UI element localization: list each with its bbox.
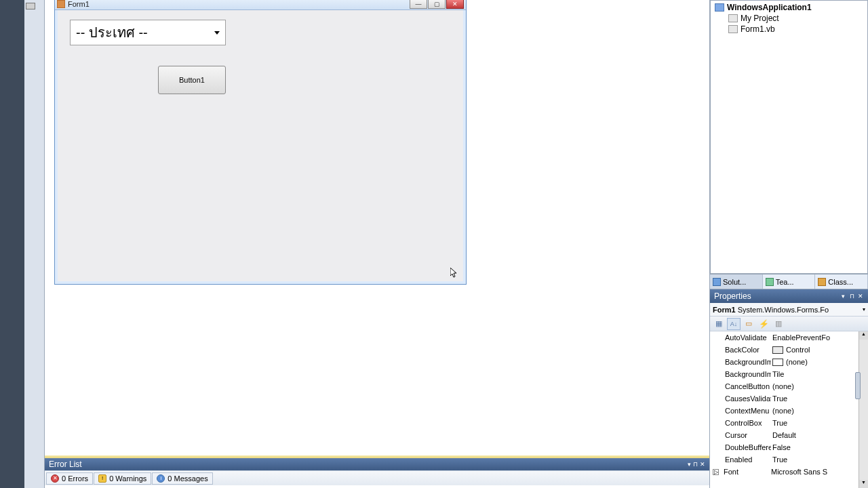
solution-explorer-panel[interactable]: WindowsApplication1 My Project Form1.vb [710,0,868,274]
solution-tree[interactable]: WindowsApplication1 My Project Form1.vb [711,1,867,36]
scrollbar-thumb[interactable] [855,372,861,399]
form1-vb-node[interactable]: Form1.vb [715,24,863,35]
property-value[interactable]: Default [771,431,868,439]
property-name: BackColor [710,346,771,354]
tab-solution-label: Solut... [723,278,746,286]
error-list-title-text: Error List [49,460,82,469]
property-row[interactable]: ControlBoxTrue [710,417,868,429]
property-row[interactable]: BackColorControl [710,344,868,356]
button1[interactable]: Button1 [158,66,226,94]
color-swatch-icon [772,359,783,366]
alphabetical-button[interactable] [727,318,741,330]
my-project-label: My Project [741,14,779,23]
toolbox-glyph[interactable] [26,3,35,9]
designer-surface[interactable]: Form1 — ▢ ✕ -- ประเทศ -- Button1 [45,0,703,447]
form-icon [57,0,65,8]
project-name: WindowsApplication1 [727,3,812,12]
property-row[interactable]: CursorDefault [710,429,868,441]
form1-window[interactable]: Form1 — ▢ ✕ -- ประเทศ -- Button1 [54,0,467,285]
property-value[interactable]: (none) [771,407,868,415]
categorized-button[interactable] [712,318,726,330]
window-buttons: — ▢ ✕ [409,0,464,9]
pin-icon[interactable]: ⊓ [848,293,855,300]
property-name: AutoValidate [710,333,771,342]
property-value[interactable]: False [771,443,868,451]
toolbox-collapsed-strip[interactable] [24,0,45,488]
properties-button[interactable] [742,318,755,330]
properties-title-bar[interactable]: Properties ▾ ⊓ ✕ [710,289,868,303]
close-icon[interactable]: ✕ [857,293,864,300]
properties-panel: Properties ▾ ⊓ ✕ Form1 System.Windows.Fo… [710,289,868,488]
pin-icon[interactable]: ⊓ [693,461,698,468]
property-value-text: Default [772,431,796,439]
form-title-text: Form1 [68,0,90,8]
error-icon [51,474,59,483]
close-icon[interactable]: ✕ [700,461,705,468]
properties-object-selector[interactable]: Form1 System.Windows.Forms.Fo ▾ [710,303,868,317]
properties-grid[interactable]: AutoValidateEnablePreventFoBackColorCont… [710,331,868,488]
property-row[interactable]: BackgroundIm(none) [710,356,868,368]
outer-left-strip [0,0,24,488]
warnings-filter[interactable]: 0 Warnings [94,472,151,485]
properties-toolbar [710,317,868,331]
property-value[interactable]: Control [771,346,868,354]
project-icon [715,3,724,12]
tab-class-view[interactable]: Class... [815,274,868,289]
solution-explorer-icon [713,278,721,286]
chevron-down-icon [214,31,220,35]
form1-titlebar[interactable]: Form1 — ▢ ✕ [55,0,466,10]
error-list-title-bar[interactable]: Error List ▾ ⊓ ✕ [45,458,709,470]
property-value[interactable]: EnablePreventFo [771,333,868,342]
color-swatch-icon [772,346,783,354]
property-value[interactable]: (none) [771,382,868,390]
property-row[interactable]: BackgroundImTile [710,368,868,380]
tab-class-label: Class... [828,278,853,286]
property-pages-button[interactable] [772,318,785,330]
property-value[interactable]: True [771,455,868,464]
errors-filter[interactable]: 0 Errors [46,472,93,485]
property-row[interactable]: ▷FontMicrosoft Sans S [710,466,868,478]
right-panel-tabs: Solut... Tea... Class... [710,274,868,289]
property-row[interactable]: DoubleBuffereFalse [710,441,868,453]
property-value[interactable]: Microsoft Sans S [770,468,868,476]
dropdown-icon[interactable]: ▾ [688,461,691,468]
property-value-text: (none) [772,407,794,415]
property-value[interactable]: Tile [771,370,868,378]
property-row[interactable]: AutoValidateEnablePreventFo [710,331,868,344]
maximize-button[interactable]: ▢ [428,0,446,9]
error-list-panel: Error List ▾ ⊓ ✕ 0 Errors 0 Warnings 0 M… [45,455,709,487]
property-name: CancelButton [710,382,771,390]
close-button[interactable]: ✕ [446,0,464,9]
dropdown-icon[interactable]: ▾ [840,293,846,300]
error-list-filter-tabs: 0 Errors 0 Warnings 0 Messages [45,470,709,485]
form1-vb-label: Form1.vb [741,24,775,34]
errors-count: 0 Errors [62,474,88,483]
dropdown-caret-icon: ▾ [863,306,865,312]
properties-scrollbar[interactable] [859,331,868,488]
warnings-count: 0 Warnings [109,474,146,483]
object-type: System.Windows.Forms.Fo [738,306,829,314]
tab-solution-explorer[interactable]: Solut... [710,274,763,289]
combobox-text: -- ประเทศ -- [76,22,148,43]
tab-team-explorer[interactable]: Tea... [763,274,816,289]
property-value-text: True [772,455,787,464]
property-row[interactable]: EnabledTrue [710,453,868,466]
property-row[interactable]: CancelButton(none) [710,380,868,392]
team-explorer-icon [766,278,774,286]
minimize-button[interactable]: — [410,0,427,9]
property-row[interactable]: ContextMenu(none) [710,405,868,417]
project-node[interactable]: WindowsApplication1 [715,2,863,13]
property-row[interactable]: CausesValidatTrue [710,392,868,405]
property-value[interactable]: (none) [771,358,868,366]
info-icon [157,474,165,483]
class-view-icon [818,278,826,286]
form-client-area[interactable]: -- ประเทศ -- Button1 [55,10,466,284]
events-button[interactable] [757,318,770,330]
country-combobox[interactable]: -- ประเทศ -- [70,20,226,45]
messages-filter[interactable]: 0 Messages [152,472,212,485]
property-value[interactable]: True [771,394,868,403]
property-name: ControlBox [710,419,771,427]
my-project-node[interactable]: My Project [715,13,863,24]
property-value[interactable]: True [771,419,868,427]
property-name: DoubleBuffere [710,443,771,451]
